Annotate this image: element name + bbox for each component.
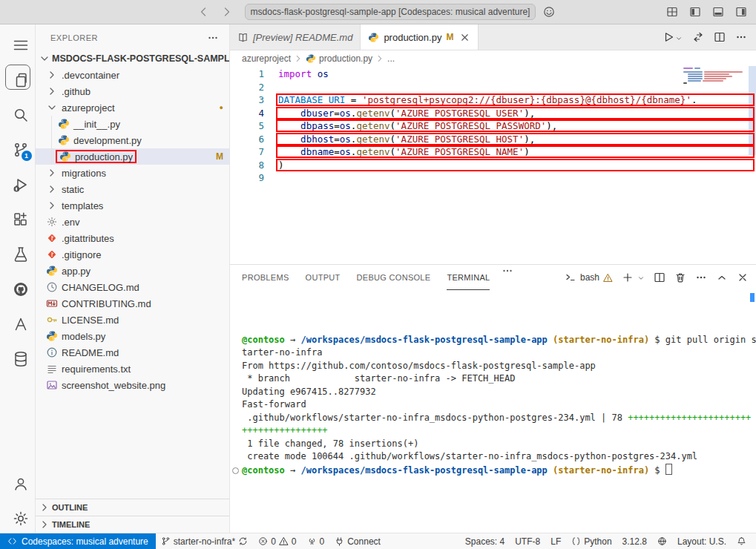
tree-item-static[interactable]: static [36, 181, 229, 197]
customize-layout-icon[interactable] [666, 6, 678, 18]
tree-item-license-md[interactable]: LICENSE.md [36, 312, 229, 328]
panel-tab-output[interactable]: OUTPUT [306, 265, 341, 290]
back-icon[interactable] [197, 6, 209, 18]
status-ports[interactable]: 0 [302, 533, 330, 549]
panel-tab-debug-console[interactable]: DEBUG CONSOLE [357, 265, 431, 290]
more-panel-actions-button[interactable] [695, 272, 707, 283]
status-encoding[interactable]: UTF-8 [510, 533, 545, 549]
activity-item-explorer[interactable] [6, 65, 30, 89]
key-file-icon [46, 314, 58, 326]
activity-item-menu[interactable] [6, 30, 30, 54]
minimap[interactable] [682, 68, 747, 90]
tree-root-folder[interactable]: MSDOCS-FLASK-POSTGRESQL-SAMPLE-... [36, 50, 229, 67]
tab-production-py[interactable]: production.pyM [361, 24, 479, 50]
status-language-mode[interactable]: Python [566, 533, 617, 549]
activity-item-run-and-debug[interactable] [6, 170, 30, 194]
open-changes-button[interactable] [692, 31, 704, 43]
toggle-primary-sidebar-icon[interactable] [689, 6, 701, 18]
close-panel-icon [737, 272, 749, 283]
tree-item-azureproject[interactable]: azureproject● [36, 99, 229, 116]
file-tree: .devcontainer.githubazureproject●__init_… [36, 67, 229, 393]
panel-tab-terminal[interactable]: TERMINAL [447, 265, 490, 290]
panel-tab-problems[interactable]: PROBLEMS [242, 265, 289, 290]
new-terminal-button[interactable] [622, 272, 645, 283]
status-indentation[interactable]: Spaces: 4 [460, 533, 510, 549]
tree-item-migrations[interactable]: migrations [36, 165, 229, 181]
launch-profile-button[interactable]: bash [565, 272, 613, 283]
close-icon[interactable] [459, 32, 470, 43]
status-notifications[interactable] [732, 533, 752, 549]
breadcrumb-item-azureproject[interactable]: azureproject [242, 53, 291, 64]
tree-item-github[interactable]: .github [36, 83, 229, 99]
activity-item-search[interactable] [6, 100, 30, 124]
breadcrumb-item-production-py[interactable]: production.py [306, 53, 372, 64]
explorer-more-actions-icon[interactable] [207, 32, 219, 44]
status-python-interpreter[interactable]: 3.12.8 [617, 533, 652, 549]
chevron-right-icon [46, 183, 58, 195]
command-center[interactable]: msdocs-flask-postgresql-sample-app [Code… [245, 4, 536, 20]
tree-item-label: screenshot_website.png [62, 380, 165, 391]
panel-more-tabs-icon[interactable] [502, 265, 513, 277]
tree-item-content: migrations [46, 166, 106, 180]
toggle-panel-icon[interactable] [712, 6, 724, 18]
status-eol[interactable]: LF [545, 533, 566, 549]
tree-item-gitattributes[interactable]: .gitattributes [36, 230, 229, 246]
activity-item-testing[interactable] [6, 240, 30, 263]
tree-item-screenshot-website-png[interactable]: screenshot_website.png [36, 377, 229, 393]
forward-icon[interactable] [221, 6, 233, 18]
tree-item-requirements-txt[interactable]: requirements.txt [36, 361, 229, 377]
more-actions-button[interactable] [735, 31, 747, 43]
radio-status-icon [307, 536, 317, 546]
activity-item-manage[interactable] [6, 504, 30, 527]
tree-item-models-py[interactable]: models.py [36, 328, 229, 344]
close-panel-button[interactable] [737, 272, 749, 283]
tree-item-gitignore[interactable]: .gitignore [36, 246, 229, 263]
sidebar-section-timeline[interactable]: TIMELINE [36, 516, 229, 533]
github-icon [12, 280, 24, 292]
tree-item-contributing-md[interactable]: CONTRIBUTING.md [36, 295, 229, 312]
tree-item-production-py[interactable]: production.pyM [36, 148, 229, 165]
maximize-panel-icon [716, 272, 728, 283]
clock-file-icon [46, 281, 58, 293]
maximize-panel-button[interactable] [716, 272, 728, 283]
tree-item-readme-md[interactable]: README.md [36, 344, 229, 361]
tree-item-label: static [62, 184, 84, 195]
tab-preview-readme-md[interactable]: [Preview] README.md [230, 24, 361, 50]
status-codespaces-remote[interactable]: Codespaces: musical adventure [0, 533, 156, 549]
activity-item-remote-explorer[interactable] [6, 344, 30, 368]
status-keyboard-layout[interactable] [652, 533, 672, 549]
status-connect[interactable]: Connect [329, 533, 386, 549]
activity-item-github[interactable] [6, 274, 30, 298]
status-screencast-layout[interactable]: Layout: U.S. [672, 533, 732, 549]
kill-terminal-button[interactable] [674, 272, 686, 283]
status-git-branch[interactable]: starter-no-infra* [156, 533, 253, 549]
sidebar-section-outline[interactable]: OUTLINE [36, 499, 229, 516]
python-file-icon [58, 134, 70, 146]
status-problems[interactable]: 00 [253, 533, 301, 549]
activity-item-accounts[interactable] [6, 469, 30, 493]
split-terminal-button[interactable] [654, 272, 665, 283]
tree-item-init-py[interactable]: __init__.py [36, 116, 229, 132]
terminal[interactable]: @contoso → /workspaces/msdocs-flask-post… [230, 290, 756, 533]
tree-item-changelog-md[interactable]: CHANGELOG.md [36, 279, 229, 295]
run-python-file-button[interactable] [663, 31, 683, 43]
tree-item-development-py[interactable]: development.py [36, 132, 229, 148]
editor-scrollbar[interactable] [749, 66, 756, 155]
tree-item-templates[interactable]: templates [36, 197, 229, 214]
feedback-icon[interactable] [543, 6, 555, 18]
activity-item-source-control[interactable]: 1 [6, 135, 30, 159]
plug-status-icon [335, 536, 344, 546]
activity-item-extensions[interactable] [6, 205, 30, 229]
breadcrumb-item-[interactable]: ... [387, 53, 395, 64]
activity-item-azure[interactable] [6, 309, 30, 333]
code-line: DATABASE_URI = 'postgresql+psycopg2://{d… [278, 93, 756, 107]
status-label: Layout: U.S. [677, 536, 726, 547]
code-editor[interactable]: 123456789 import osDATABASE_URI = 'postg… [230, 66, 756, 264]
launch-profile-icon [565, 272, 576, 283]
split-editor-button[interactable] [714, 31, 726, 43]
tree-item-app-py[interactable]: app.py [36, 263, 229, 279]
toggle-secondary-sidebar-icon[interactable] [735, 6, 747, 18]
status-bar-right: Spaces: 4UTF-8LFPython3.12.8Layout: U.S. [460, 533, 756, 549]
tree-item-devcontainer[interactable]: .devcontainer [36, 67, 229, 83]
tree-item-env[interactable]: .env [36, 214, 229, 230]
